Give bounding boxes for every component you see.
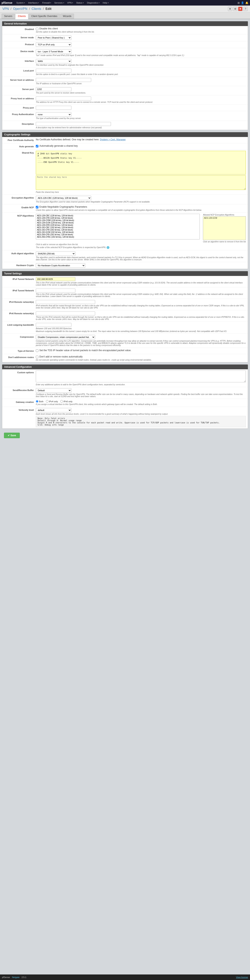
input-ipv6-remote[interactable] <box>36 312 95 315</box>
label-ipv6-remote: IPv6 Remote network(s) <box>4 312 36 320</box>
save-icon: ✔ <box>8 434 10 437</box>
input-proxy-host[interactable] <box>36 97 91 100</box>
label-server-mode: Server mode <box>4 35 36 40</box>
row-dont-add: Don't add/remove routes Don't add or rem… <box>2 354 248 362</box>
input-server-host[interactable] <box>36 78 91 82</box>
app-logo: pfSense <box>2 1 12 4</box>
input-ipv4-remote[interactable] <box>36 300 95 304</box>
ncp-allowed-item[interactable]: AES-128-GCM <box>203 216 246 220</box>
checkbox-disabled[interactable] <box>36 28 38 30</box>
radio-both[interactable] <box>36 400 38 402</box>
label-disabled: Disabled <box>4 27 36 33</box>
tab-client-specific-overrides[interactable]: Client Specific Overrides <box>29 14 60 19</box>
checkbox-enable-ncp[interactable] <box>36 206 38 208</box>
auto-generate-label-cb: Automatically generate a shared key <box>39 145 78 147</box>
select-compression[interactable]: Disable Compression, retain compression … <box>36 335 95 339</box>
tab-bar: Servers Clients Client Specific Override… <box>0 13 250 19</box>
label-tos: Type-of-Service <box>4 349 36 353</box>
action-icon-4[interactable]: ? <box>243 7 248 11</box>
nav-interfaces[interactable]: Interfaces ▾ <box>27 0 40 6</box>
select-hardware-crypto[interactable]: No Hardware Crypto Acceleration <box>36 263 85 268</box>
breadcrumb-vpn[interactable]: VPN <box>2 7 9 10</box>
nav-vpn[interactable]: VPN ▾ <box>66 0 75 6</box>
nav-status[interactable]: Status ▾ <box>75 0 85 6</box>
nav-firewall[interactable]: Firewall ▾ <box>40 0 53 6</box>
sk-dots: ... <box>38 159 244 161</box>
ncp-available-list[interactable]: AES-128-CBC (128 bit key, 128 bit block)… <box>36 214 200 239</box>
content-enable-ncp: Enable Negotiable Cryptographic Paramete… <box>36 205 246 211</box>
label-enc-algo: Encryption Algorithm <box>4 196 36 203</box>
action-icon-1[interactable]: ⬆ <box>228 7 232 11</box>
nav-diagnostics[interactable]: Diagnostics ▾ <box>85 0 101 6</box>
input-proxy-port[interactable] <box>36 106 71 110</box>
section-general-header: General Information <box>2 21 248 26</box>
label-gateway-creation: Gateway creation <box>4 400 36 406</box>
label-ncp-algos: NCP Algorithms <box>4 214 36 249</box>
input-ipv4-tunnel[interactable] <box>36 277 75 281</box>
row-proxy-port: Proxy port <box>2 105 248 111</box>
input-server-port[interactable] <box>36 87 71 91</box>
tab-wizards[interactable]: Wizards <box>60 14 74 19</box>
help-server-host: The IP address or hostname of the OpenVP… <box>36 83 246 85</box>
ncp-info-icon[interactable]: i <box>107 246 109 249</box>
select-interface[interactable]: WAN <box>36 59 71 64</box>
tab-servers[interactable]: Servers <box>2 14 15 19</box>
label-device-mode: Device mode <box>4 49 36 56</box>
help-auth-digest: The algorithm used to authenticate data … <box>36 256 246 261</box>
content-description: A description may be entered here for ad… <box>36 122 246 129</box>
tab-clients[interactable]: Clients <box>15 14 28 19</box>
row-server-host: Server host or address The IP address or… <box>2 77 248 86</box>
row-ncp-algos: NCP Algorithms AES-128-CBC (128 bit key,… <box>2 213 248 250</box>
row-gateway-creation: Gateway creation Both IPv4 only <box>2 399 248 407</box>
textarea-custom-options[interactable] <box>36 371 246 382</box>
help-limit-outgoing: Between 100 and 100,000,000 Bytes/sec <box>36 328 246 329</box>
radio-ipv4-only[interactable] <box>46 400 48 402</box>
input-ipv6-tunnel[interactable] <box>36 289 75 293</box>
row-proxy-host: Proxy host or address The address for an… <box>2 95 248 105</box>
input-limit-outgoing[interactable] <box>36 323 71 327</box>
peer-cert-link[interactable]: System > Cert. Manager <box>100 138 126 141</box>
checkbox-auto-generate[interactable] <box>36 145 38 148</box>
help-ipv4-remote: IPv4 networks that will be routed throug… <box>36 305 246 309</box>
select-auth-digest[interactable]: SHA256 (256-bit) <box>36 251 75 256</box>
row-local-port: Local port Set this option to bind to a … <box>2 67 248 77</box>
dont-add-label-cb: Don't add or remove routes automatically <box>39 355 82 358</box>
breadcrumb-clients[interactable]: Clients <box>32 7 41 10</box>
ncp-container: AES-128-CBC (128 bit key, 128 bit block)… <box>36 214 246 243</box>
select-device-mode[interactable]: tun - Layer 3 Tunnel Mode <box>36 49 71 54</box>
select-send-recv[interactable]: Default <box>36 388 71 393</box>
breadcrumb-bar: VPN / OpenVPN / Clients / Edit ⬆ ⚙ ✖ ? <box>0 6 250 13</box>
help-interface: The interface used by the firewall to or… <box>36 64 246 66</box>
content-auth-digest: SHA256 (256-bit) The algorithm used to a… <box>36 251 246 261</box>
checkbox-dont-add[interactable] <box>36 356 38 358</box>
input-local-port[interactable] <box>36 69 71 73</box>
main-content: General Information Disabled Disable thi… <box>0 19 250 442</box>
textarea-shared-key[interactable] <box>36 175 246 190</box>
section-crypto-body: Peer Certificate Authority No Certificat… <box>2 137 248 269</box>
help-ipv6-remote: These are the IPv6 networks that will be… <box>36 316 246 320</box>
label-auth-digest: Auth digest algorithm <box>4 251 36 261</box>
help-ipv4-tunnel: This is the IPv4 virtual network used fo… <box>36 282 246 286</box>
save-button[interactable]: ✔ Save <box>4 433 20 438</box>
label-protocol: Protocol <box>4 43 36 47</box>
action-icon-2[interactable]: ⚙ <box>233 7 237 11</box>
input-description[interactable] <box>36 122 111 126</box>
action-icon-3[interactable]: ✖ <box>238 7 242 11</box>
sk-line1: # 2048 bit OpenVPN static key <box>38 153 244 155</box>
checkbox-tos[interactable] <box>36 349 38 352</box>
help-device-mode: "tun" mode carries IPv4 and IPv6 (OSI la… <box>36 54 246 56</box>
radio-ipv6-only[interactable] <box>60 400 63 402</box>
select-server-mode[interactable]: Peer to Peer ( Shared Key ) <box>36 35 71 40</box>
row-custom-options: Custom options Enter any additional opti… <box>2 369 248 387</box>
nav-help[interactable]: Help ▾ <box>101 0 110 6</box>
section-advanced-body: Custom options Enter any additional opti… <box>2 369 248 428</box>
select-enc-algo[interactable]: AES-128-CBC (128 bit key, 128 bit block) <box>36 196 91 200</box>
nav-system[interactable]: System ▾ <box>14 0 27 6</box>
select-protocol[interactable]: TCP on IPv4 only <box>36 43 71 47</box>
select-verbosity[interactable]: default <box>36 408 71 412</box>
select-proxy-auth[interactable]: none <box>36 112 71 117</box>
enable-ncp-label-cb: Enable Negotiable Cryptographic Paramete… <box>39 205 87 208</box>
nav-services[interactable]: Services ▾ <box>53 0 66 6</box>
ncp-allowed-list[interactable]: AES-128-GCM <box>203 216 246 240</box>
breadcrumb-openvpn[interactable]: OpenVPN <box>13 7 27 10</box>
